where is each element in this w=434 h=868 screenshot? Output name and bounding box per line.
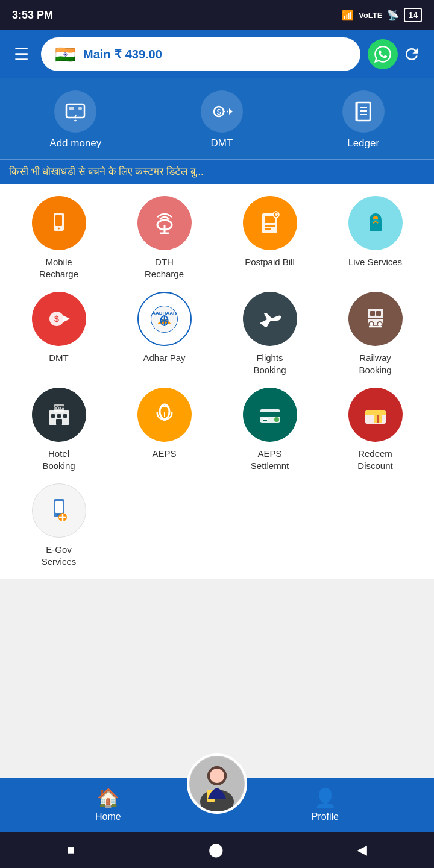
service-live-services[interactable]: Live Services: [326, 196, 425, 280]
lte-icon: VoLTE: [359, 11, 382, 20]
home-button[interactable]: ⬤: [209, 842, 224, 858]
marquee-text: किसी भी धोखाधडी से बचने के लिए कस्टमर डि…: [9, 166, 204, 178]
svg-rect-27: [373, 225, 378, 230]
signal-icon: 📶: [342, 10, 354, 21]
quick-action-ledger[interactable]: Ledger: [342, 90, 385, 149]
mobile-recharge-icon: [32, 196, 86, 250]
railway-booking-label: RailwayBooking: [359, 352, 391, 376]
svg-point-57: [274, 417, 279, 422]
svg-point-2: [78, 107, 82, 110]
svg-text:AADHAAR: AADHAAR: [152, 310, 177, 316]
hotel-booking-label: HotelBooking: [42, 448, 75, 471]
whatsapp-button[interactable]: [368, 39, 398, 69]
aeps-label: AEPS: [152, 448, 176, 460]
svg-text:+: +: [74, 117, 77, 124]
battery-indicator: 14: [404, 8, 422, 22]
balance-display: Main ₹ 439.00: [83, 47, 162, 61]
egov-services-label: E-GovServices: [42, 544, 77, 567]
home-nav-label: Home: [95, 811, 121, 822]
svg-rect-49: [63, 414, 67, 418]
hotel-booking-icon: HOTEL: [32, 388, 86, 442]
service-hotel-booking[interactable]: HOTEL HotelBooking: [9, 388, 108, 471]
svg-rect-50: [56, 419, 62, 425]
redeem-discount-icon: [348, 388, 403, 442]
service-flights-booking[interactable]: FlightsBooking: [220, 292, 319, 376]
quick-actions-bar: + Add money $ DMT Ledger: [0, 78, 434, 159]
adhar-pay-label: Adhar Pay: [143, 352, 185, 364]
refresh-button[interactable]: [398, 41, 425, 68]
aeps-settlement-icon: [243, 388, 297, 442]
wifi-icon: 📡: [387, 10, 399, 21]
status-time: 3:53 PM: [12, 9, 53, 22]
service-adhar-pay[interactable]: AADHAAR Adhar Pay: [115, 292, 214, 376]
svg-rect-47: [51, 414, 55, 418]
svg-point-74: [210, 769, 224, 783]
svg-text:$: $: [217, 108, 221, 116]
svg-rect-1: [69, 107, 74, 110]
ledger-icon: [342, 90, 385, 133]
android-nav-bar: ■ ⬤ ◀: [0, 832, 434, 868]
live-services-icon: [348, 196, 403, 250]
postpaid-bill-label: Postpaid Bill: [245, 256, 295, 268]
service-aeps-settlement[interactable]: AEPSSettlemnt: [220, 388, 319, 471]
redeem-discount-label: RedeemDiscount: [357, 448, 392, 471]
menu-icon[interactable]: ☰: [9, 40, 34, 69]
svg-marker-8: [229, 108, 233, 115]
service-redeem-discount[interactable]: RedeemDiscount: [326, 388, 425, 471]
status-icons: 📶 VoLTE 📡 14: [342, 8, 422, 22]
quick-action-add-money[interactable]: + Add money: [49, 90, 101, 149]
dmt-label: DMT: [49, 352, 69, 364]
add-money-label: Add money: [49, 137, 101, 149]
railway-booking-icon: [348, 292, 403, 346]
svg-text:HOTEL: HOTEL: [51, 405, 67, 410]
profile-nav-label: Profile: [312, 811, 339, 822]
service-mobile-recharge[interactable]: MobileRecharge: [9, 196, 108, 280]
svg-marker-30: [63, 315, 70, 322]
services-container: MobileRecharge DTHRecharge: [0, 184, 434, 579]
quick-action-dmt[interactable]: $ DMT: [201, 90, 243, 149]
flag-icon: 🇮🇳: [53, 42, 77, 66]
recent-apps-button[interactable]: ■: [67, 842, 75, 858]
postpaid-bill-icon: ₹: [243, 196, 297, 250]
svg-rect-10: [355, 102, 358, 121]
dth-recharge-icon: [137, 196, 192, 250]
svg-rect-38: [370, 311, 375, 316]
dmt-quick-icon: $: [201, 90, 243, 133]
aeps-icon: [137, 388, 192, 442]
flights-booking-label: FlightsBooking: [253, 352, 286, 376]
status-bar: 3:53 PM 📶 VoLTE 📡 14: [0, 0, 434, 30]
ledger-label: Ledger: [347, 137, 379, 149]
egov-services-icon: [32, 483, 86, 538]
service-railway-booking[interactable]: RailwayBooking: [326, 292, 425, 376]
svg-rect-48: [57, 414, 61, 418]
service-dth-recharge[interactable]: DTHRecharge: [115, 196, 214, 280]
svg-rect-54: [260, 412, 280, 417]
svg-point-16: [58, 227, 60, 229]
svg-rect-60: [365, 413, 386, 415]
back-button[interactable]: ◀: [357, 842, 367, 858]
dmt-icon: $: [32, 292, 86, 346]
profile-icon: 👤: [314, 787, 336, 808]
aeps-settlement-label: AEPSSettlemnt: [251, 448, 289, 471]
mobile-recharge-label: MobileRecharge: [39, 256, 78, 280]
dmt-quick-label: DMT: [211, 137, 233, 149]
app-header: ☰ 🇮🇳 Main ₹ 439.00: [0, 30, 434, 78]
home-icon: 🏠: [97, 787, 119, 808]
nav-profile[interactable]: 👤 Profile: [288, 781, 363, 828]
service-dmt[interactable]: $ DMT: [9, 292, 108, 376]
service-egov-services[interactable]: E-GovServices: [9, 483, 108, 567]
adhar-pay-icon: AADHAAR: [137, 292, 192, 346]
profile-avatar: [187, 753, 247, 814]
svg-text:$: $: [54, 314, 59, 324]
flights-booking-icon: [243, 292, 297, 346]
service-aeps[interactable]: AEPS: [115, 388, 214, 471]
nav-center-avatar[interactable]: [187, 753, 247, 814]
svg-rect-15: [55, 215, 62, 226]
marquee-bar: किसी भी धोखाधडी से बचने के लिए कस्टमर डि…: [0, 159, 434, 184]
nav-home[interactable]: 🏠 Home: [71, 781, 145, 828]
live-services-label: Live Services: [348, 256, 402, 268]
service-postpaid-bill[interactable]: ₹ Postpaid Bill: [220, 196, 319, 280]
add-money-icon: +: [54, 90, 96, 133]
svg-rect-64: [55, 501, 63, 513]
balance-bar: 🇮🇳 Main ₹ 439.00: [41, 37, 360, 71]
